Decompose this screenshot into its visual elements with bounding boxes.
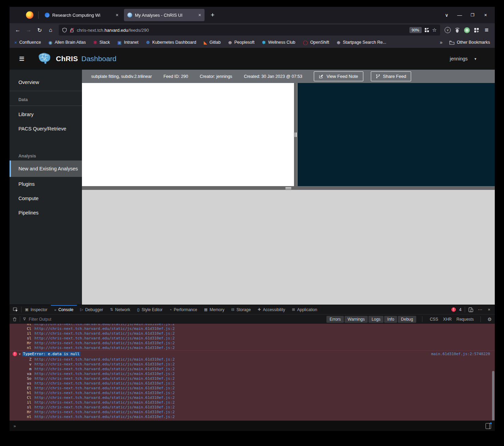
- share-feed-button[interactable]: Share Feed: [371, 71, 411, 81]
- stack-frame-link[interactable]: http://chris-next.tch.harvard.edu/static…: [34, 395, 175, 400]
- stack-frame-link[interactable]: http://chris-next.tch.harvard.edu/static…: [34, 341, 175, 346]
- sidebar-item-plugins[interactable]: Plugins: [10, 177, 82, 191]
- bookmark-item[interactable]: ◯ OpenShift: [303, 40, 329, 45]
- stack-frame-link[interactable]: http://chris-next.tch.harvard.edu/static…: [34, 324, 175, 326]
- extensions-puzzle-icon[interactable]: [472, 28, 481, 33]
- reload-icon[interactable]: ↻: [34, 25, 45, 35]
- bookmark-star-icon[interactable]: ☆: [432, 27, 437, 33]
- stack-frame-link[interactable]: http://chris-next.tch.harvard.edu/static…: [34, 405, 175, 410]
- stack-frame-link[interactable]: http://chris-next.tch.harvard.edu/static…: [34, 372, 175, 376]
- pick-element-icon[interactable]: [10, 305, 21, 314]
- log-level-filter-button[interactable]: Logs: [368, 316, 383, 323]
- minimize-button[interactable]: —: [453, 12, 466, 18]
- devtools-tab[interactable]: ▷ Debugger: [77, 305, 107, 314]
- devtools-menu-icon[interactable]: ⋯: [477, 307, 483, 312]
- firefox-icon[interactable]: [26, 11, 33, 19]
- console-settings-gear-icon[interactable]: ⚙: [487, 317, 492, 322]
- stack-frame-link[interactable]: http://chris-next.tch.harvard.edu/static…: [34, 326, 175, 331]
- url-bar[interactable]: chris-next.tch.harvard.edu/feeds/290 90%…: [59, 25, 440, 36]
- new-tab-button[interactable]: +: [207, 11, 219, 19]
- horizontal-splitter[interactable]: [82, 186, 495, 190]
- error-source-link[interactable]: main.61d310ef.js:2:5740220: [431, 352, 490, 356]
- sidebar-item-new-existing-analyses[interactable]: New and Existing Analyses: [10, 161, 82, 177]
- tab-close-icon[interactable]: ×: [198, 12, 201, 18]
- gnome-extension-icon[interactable]: [452, 27, 462, 33]
- stack-frame-link[interactable]: http://chris-next.tch.harvard.edu/static…: [34, 381, 175, 386]
- bookmark-item[interactable]: ⊕ Startpage Search Re...: [337, 40, 386, 45]
- log-category-filter-button[interactable]: XHR: [443, 317, 451, 322]
- log-level-filter-button[interactable]: Debug: [398, 316, 416, 323]
- stack-frame-link[interactable]: http://chris-next.tch.harvard.edu/static…: [34, 336, 175, 341]
- stack-frame-link[interactable]: http://chris-next.tch.harvard.edu/static…: [34, 376, 175, 381]
- split-console-icon[interactable]: [486, 423, 491, 429]
- sidebar-item-compute[interactable]: Compute: [10, 191, 82, 206]
- clear-console-icon[interactable]: [13, 317, 17, 321]
- sidebar-item-library[interactable]: Library: [10, 107, 82, 122]
- stack-frame-link[interactable]: http://chris-next.tch.harvard.edu/static…: [34, 362, 175, 367]
- console-scrollbar-thumb[interactable]: [492, 371, 494, 420]
- stack-frame-link[interactable]: http://chris-next.tch.harvard.edu/static…: [34, 415, 175, 419]
- log-level-filter-button[interactable]: Errors: [326, 316, 344, 323]
- sidebar-toggle-icon[interactable]: ≡: [19, 54, 25, 64]
- stack-frame-link[interactable]: http://chris-next.tch.harvard.edu/static…: [34, 386, 175, 391]
- log-category-filter-button[interactable]: CSS: [430, 317, 438, 322]
- stack-frame-link[interactable]: http://chris-next.tch.harvard.edu/static…: [34, 367, 175, 372]
- bookmark-item[interactable]: ▣ Intranet: [117, 40, 139, 45]
- back-icon[interactable]: ←: [12, 25, 23, 35]
- log-category-filter-button[interactable]: Requests: [457, 317, 474, 322]
- user-menu-caret-icon[interactable]: ▾: [474, 57, 476, 61]
- close-window-button[interactable]: ×: [479, 12, 492, 18]
- devtools-tab[interactable]: ▣ Inspector: [22, 305, 51, 314]
- bookmark-item[interactable]: ◉ Allen Brain Atlas: [48, 40, 86, 45]
- forward-icon[interactable]: →: [23, 25, 34, 35]
- responsive-design-icon[interactable]: [468, 307, 473, 312]
- sidebar-item-pipelines[interactable]: Pipelines: [10, 206, 82, 220]
- error-expand-caret-icon[interactable]: ▼: [19, 352, 20, 356]
- bookmark-item[interactable]: ◣ Gitlab: [204, 40, 221, 45]
- stack-frame-link[interactable]: http://chris-next.tch.harvard.edu/static…: [34, 346, 175, 350]
- tracking-shield-icon[interactable]: [62, 28, 67, 33]
- adblock-extension-icon[interactable]: [462, 27, 472, 33]
- stack-frame-link[interactable]: http://chris-next.tch.harvard.edu/static…: [34, 391, 175, 395]
- view-feed-note-button[interactable]: View Feed Note: [314, 71, 363, 81]
- console-input-row[interactable]: »: [10, 420, 495, 431]
- sidebar-item-overview[interactable]: Overview: [10, 75, 82, 89]
- pocket-icon[interactable]: ∨: [443, 27, 452, 33]
- devtools-tab[interactable]: ⊟ Storage: [228, 305, 254, 314]
- devtools-tab[interactable]: {} Style Editor: [134, 305, 166, 314]
- zoom-level-badge[interactable]: 90%: [409, 27, 422, 33]
- devtools-close-icon[interactable]: ×: [487, 307, 491, 312]
- screenshot-grid-icon[interactable]: [424, 28, 430, 32]
- bookmarks-overflow-icon[interactable]: »: [440, 40, 443, 45]
- stack-frame-link[interactable]: http://chris-next.tch.harvard.edu/static…: [34, 400, 175, 405]
- stack-frame-link[interactable]: http://chris-next.tch.harvard.edu/static…: [34, 331, 175, 336]
- bookmark-item[interactable]: ☸ Kubernetes Dashboard: [146, 40, 196, 45]
- stack-frame-link[interactable]: http://chris-next.tch.harvard.edu/static…: [34, 410, 175, 415]
- insecure-lock-icon[interactable]: [70, 28, 74, 33]
- vertical-splitter[interactable]: [294, 83, 297, 186]
- log-level-filter-button[interactable]: Warnings: [345, 316, 368, 323]
- bookmark-item[interactable]: ⊕ Peoplesoft: [228, 40, 254, 45]
- sidebar-item-pacs[interactable]: PACS Query/Retrieve: [10, 122, 82, 136]
- devtools-tab[interactable]: ▦ Memory: [200, 305, 228, 314]
- home-icon[interactable]: ⌂: [45, 25, 56, 35]
- firefox-menu-icon[interactable]: ≡: [481, 25, 492, 35]
- tab-research-computing[interactable]: Research Computing Wi ×: [41, 9, 122, 21]
- devtools-tab[interactable]: ✚ Accessibility: [254, 305, 289, 314]
- bookmark-item[interactable]: ✽ Wellness Club: [262, 40, 295, 45]
- error-count-icon[interactable]: !: [451, 307, 456, 312]
- tab-my-analyses[interactable]: My Analyses - ChRIS UI ×: [124, 9, 205, 21]
- stack-frame-link[interactable]: http://chris-next.tch.harvard.edu/static…: [34, 357, 175, 362]
- bookmark-item[interactable]: × Confluence: [14, 40, 41, 45]
- devtools-tab[interactable]: » Console: [51, 305, 77, 314]
- devtools-tab[interactable]: ⇅ Network: [107, 305, 134, 314]
- list-tabs-icon[interactable]: ∨: [440, 12, 453, 18]
- tab-close-icon[interactable]: ×: [116, 12, 118, 18]
- user-menu-label[interactable]: jennings: [450, 56, 467, 61]
- other-bookmarks-button[interactable]: Other Bookmarks: [449, 40, 490, 45]
- devtools-tab[interactable]: ⊞ Application: [289, 305, 321, 314]
- devtools-tab[interactable]: ◔ Performance: [166, 305, 200, 314]
- filter-output-input[interactable]: Filter Output: [29, 317, 51, 322]
- maximize-button[interactable]: ❐: [466, 13, 479, 17]
- bookmark-item[interactable]: ✻ Slack: [93, 40, 110, 45]
